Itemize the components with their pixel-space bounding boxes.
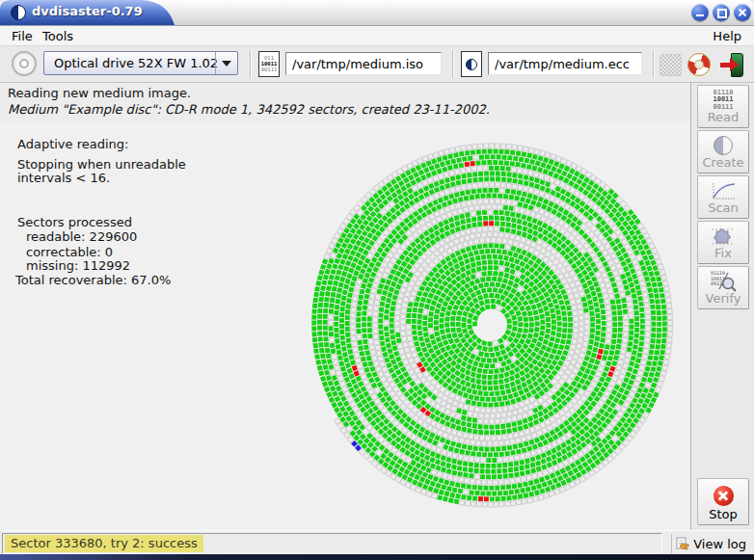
iso-file-icon: 011 10011 00111 (258, 51, 280, 77)
window-title: dvdisaster-0.79 (32, 4, 143, 18)
fix-label: Fix (698, 246, 748, 260)
statusbar: Sector 333680, try 2: success View log (0, 530, 754, 555)
menu-help[interactable]: Help (708, 27, 746, 45)
stop-button[interactable]: Stop (697, 478, 749, 525)
titlebar: dvdisaster-0.79 (0, 0, 754, 26)
create-button[interactable]: Create (697, 130, 749, 173)
read-label: Read (698, 110, 748, 124)
reading-mode-label: Adaptive reading: (17, 137, 128, 151)
readable-count: readable: 229600 (26, 229, 137, 244)
toolbar-separator (653, 50, 654, 78)
iso-path-input[interactable] (285, 52, 442, 75)
yinyang-icon (466, 59, 477, 70)
stop-label: Stop (698, 507, 748, 521)
app-window: dvdisaster-0.79 File Tools Help Optical … (0, 0, 754, 560)
header-action-text: Reading new medium image. (8, 86, 191, 100)
maximize-button[interactable] (713, 4, 730, 21)
sectors-title: Sectors processed (17, 215, 132, 229)
main-area: Adaptive reading: Stopping when unreadab… (0, 121, 690, 530)
quit-exit-icon[interactable] (720, 53, 743, 76)
ecc-file-icon (461, 51, 482, 77)
fix-button[interactable]: Fix (697, 221, 749, 264)
read-binary-icon: 01110 10011 00111 (698, 89, 748, 112)
help-lifebuoy-icon[interactable] (687, 53, 711, 76)
verify-button[interactable]: 01110 10011 00111 Verify (697, 266, 749, 309)
minimize-icon (696, 14, 704, 16)
scan-curve-icon (698, 179, 748, 202)
verify-label: Verify (698, 291, 748, 306)
close-button[interactable] (734, 4, 751, 21)
correctable-count: correctable: 0 (26, 245, 113, 259)
create-label: Create (698, 155, 748, 170)
window-bottom-border (0, 554, 754, 560)
drive-select-value: Optical drive 52X FW 1.02 (54, 56, 218, 70)
scan-label: Scan (698, 200, 748, 215)
scan-button[interactable]: Scan (697, 175, 749, 219)
preferences-disabled-icon (660, 54, 682, 76)
verify-magnifier-icon: 01110 10011 00111 (698, 270, 748, 293)
ecc-path-input[interactable] (488, 52, 642, 75)
app-yinyang-icon (11, 5, 26, 20)
total-recoverable: Total recoverable: 67.0% (15, 273, 171, 287)
drive-select[interactable]: Optical drive 52X FW 1.02 (43, 51, 238, 75)
menu-tools[interactable]: Tools (38, 27, 78, 45)
read-button[interactable]: 01110 10011 00111 Read (697, 85, 749, 128)
stop-x-icon (698, 484, 748, 507)
fix-puzzle-icon (698, 225, 748, 248)
toolbar-separator (250, 50, 251, 78)
toolbar: Optical drive 52X FW 1.02 011 10011 0011… (0, 46, 754, 83)
create-yinyang-icon (714, 136, 733, 155)
log-hand-icon (676, 537, 690, 551)
menubar: File Tools Help (0, 26, 754, 46)
header-medium-text: Medium "Example disc": CD-R mode 1, 3425… (8, 102, 490, 117)
chevron-down-icon (215, 52, 237, 74)
menu-file[interactable]: File (7, 27, 38, 45)
status-message: Sector 333680, try 2: success (5, 535, 203, 552)
toolbar-separator (452, 50, 453, 78)
strategy-line1: Stopping when unreadable (17, 157, 186, 172)
view-log-button[interactable]: View log (671, 534, 752, 553)
header-status: Reading new medium image. Medium "Exampl… (0, 83, 689, 121)
strategy-line2: intervals < 16. (17, 171, 110, 185)
maximize-icon (717, 9, 727, 18)
status-message-area: Sector 333680, try 2: success (2, 533, 662, 554)
missing-count: missing: 112992 (26, 258, 130, 273)
view-log-label: View log (693, 537, 746, 551)
action-sidebar: 01110 10011 00111 Read Create Scan (690, 83, 754, 530)
drive-disc-icon[interactable] (12, 51, 37, 76)
minimize-button[interactable] (691, 4, 709, 21)
